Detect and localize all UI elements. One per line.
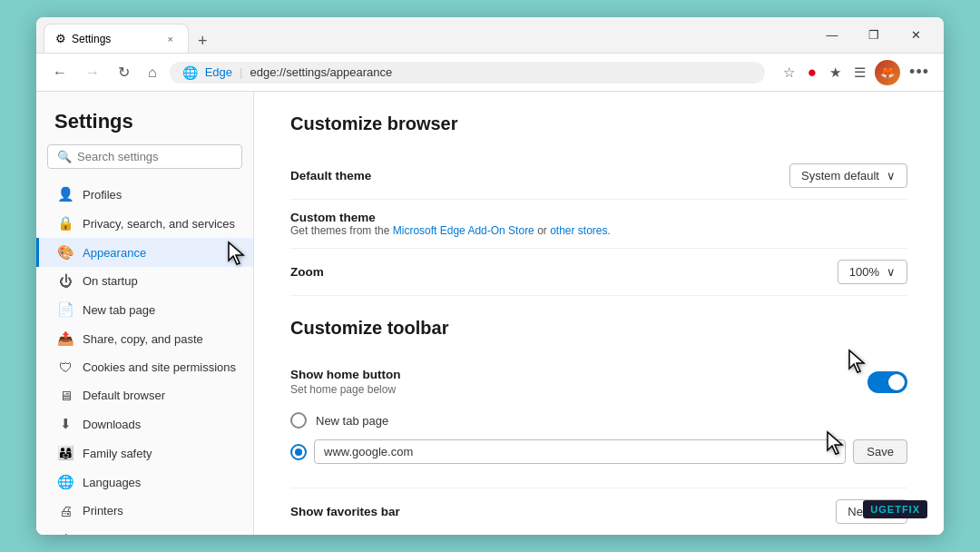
zoom-dropdown[interactable]: 100% ∨ [838,260,907,284]
sidebar-item-languages[interactable]: 🌐Languages [36,468,253,497]
family-icon: 👨‍👩‍👧 [57,445,74,461]
tab-close-button[interactable]: × [164,32,177,46]
address-bar-input[interactable]: 🌐 Edge | edge://settings/appearance [170,62,765,84]
sidebar-item-profiles[interactable]: 👤Profiles [36,180,253,209]
back-button[interactable]: ← [47,61,73,84]
defaultbrowser-label: Default browser [83,389,165,402]
zoom-row: Zoom 100% ∨ [290,249,907,296]
sidebar-search[interactable]: 🔍 [47,144,242,169]
home-button[interactable]: ⌂ [142,61,162,84]
custom-theme-label: Custom theme [290,211,611,224]
zoom-value: 100% [849,265,879,279]
sidebar-nav: 👤Profiles🔒Privacy, search, and services🎨… [36,180,253,535]
newtab-radio-label: New tab page [316,414,388,428]
startup-icon: ⏻ [57,273,74,289]
cookies-label: Cookies and site permissions [83,360,236,374]
custom-theme-desc: Get themes from the Microsoft Edge Add-O… [290,224,611,237]
sidebar-item-newtab[interactable]: 📄New tab page [36,295,253,324]
watermark-prefix: UGET [870,504,902,515]
sidebar-item-printers[interactable]: 🖨Printers [36,497,253,525]
zoom-chevron-icon: ∨ [887,265,896,279]
appearance-icon: 🎨 [57,244,74,261]
newtab-label: New tab page [83,303,155,317]
languages-label: Languages [83,476,141,489]
sidebar-item-family[interactable]: 👨‍👩‍👧Family safety [36,439,253,468]
show-home-sublabel: Set home page below [290,383,400,396]
system-icon: ⚙ [57,531,74,535]
cookies-icon: 🛡 [57,360,74,375]
customize-browser-title: Customize browser [290,113,907,134]
minimize-button[interactable]: — [811,20,853,49]
settings-tab-label: Settings [72,33,111,45]
edge-label: Edge [205,65,232,79]
printers-icon: 🖨 [57,503,74,518]
url-radio-button[interactable] [290,444,307,460]
customize-toolbar-section: Customize toolbar Show home button Set h… [290,318,907,535]
chevron-down-icon: ∨ [887,169,896,182]
window-controls: — ❐ ✕ [811,20,936,49]
share-icon: 📤 [57,330,74,347]
customize-toolbar-title: Customize toolbar [290,318,907,339]
show-favoritesbar-label: Show favorites bar [290,505,400,518]
family-label: Family safety [83,447,152,460]
browser-essentials-button[interactable]: ☰ [850,61,869,84]
search-input[interactable] [77,150,232,163]
languages-icon: 🌐 [57,474,74,490]
collections-button[interactable]: ★ [826,61,845,84]
restore-button[interactable]: ❐ [853,20,895,49]
share-label: Share, copy, and paste [83,332,203,346]
tab-area: ⚙ Settings × + [44,24,811,53]
default-theme-value: System default [801,169,879,182]
sidebar: Settings 🔍 👤Profiles🔒Privacy, search, an… [36,92,254,535]
more-tools-button[interactable]: ••• [906,59,933,85]
sidebar-item-defaultbrowser[interactable]: 🖥Default browser [36,381,253,409]
privacy-label: Privacy, search, and services [83,217,235,231]
appearance-label: Appearance [83,246,146,260]
sidebar-item-downloads[interactable]: ⬇Downloads [36,409,253,439]
address-bar: ← → ↻ ⌂ 🌐 Edge | edge://settings/appeara… [36,54,944,92]
sidebar-item-cookies[interactable]: 🛡Cookies and site permissions [36,353,253,381]
address-text: edge://settings/appearance [250,65,751,79]
show-home-toggle[interactable] [867,371,907,393]
newtab-radio-button[interactable] [290,412,307,429]
sidebar-title: Settings [36,106,253,144]
zoom-label: Zoom [290,265,324,279]
profile-avatar[interactable]: 🦊 [875,60,900,85]
home-url-input[interactable] [314,439,846,464]
new-tab-button[interactable]: + [192,32,213,51]
sidebar-item-appearance[interactable]: 🎨Appearance [36,238,253,267]
favorites-star-button[interactable]: ☆ [779,61,799,84]
forward-button[interactable]: → [80,61,105,84]
address-icons: ☆ ● ★ ☰ 🦊 ••• [779,59,933,85]
settings-tab-icon: ⚙ [55,32,66,45]
default-theme-label: Default theme [290,169,371,182]
default-theme-dropdown[interactable]: System default ∨ [789,163,907,188]
other-stores-link[interactable]: other stores [550,224,607,237]
edge-logo-icon: 🌐 [182,65,198,80]
sidebar-item-system[interactable]: ⚙System [36,525,253,535]
url-radio-row: Save [290,434,907,469]
search-icon: 🔍 [57,150,72,163]
opera-button[interactable]: ● [804,60,820,85]
privacy-icon: 🔒 [57,215,74,232]
profiles-icon: 👤 [57,186,74,202]
refresh-button[interactable]: ↻ [113,60,135,84]
profiles-label: Profiles [83,188,122,202]
newtab-radio-item[interactable]: New tab page [290,407,907,434]
main-content: Settings 🔍 👤Profiles🔒Privacy, search, an… [36,92,944,535]
startup-label: On startup [83,274,138,288]
settings-tab[interactable]: ⚙ Settings × [44,24,189,53]
newtab-icon: 📄 [57,301,74,318]
save-url-button[interactable]: Save [853,439,907,464]
settings-panel: Customize browser Default theme System d… [254,92,944,535]
title-bar: ⚙ Settings × + — ❐ ✕ [36,17,944,54]
close-button[interactable]: ✕ [895,20,936,49]
sidebar-item-privacy[interactable]: 🔒Privacy, search, and services [36,209,253,238]
show-home-label: Show home button [290,368,400,381]
defaultbrowser-icon: 🖥 [57,388,74,403]
sidebar-item-share[interactable]: 📤Share, copy, and paste [36,324,253,353]
downloads-label: Downloads [83,418,141,431]
downloads-icon: ⬇ [57,416,74,432]
edge-addon-store-link[interactable]: Microsoft Edge Add-On Store [393,224,534,237]
sidebar-item-startup[interactable]: ⏻On startup [36,267,253,295]
